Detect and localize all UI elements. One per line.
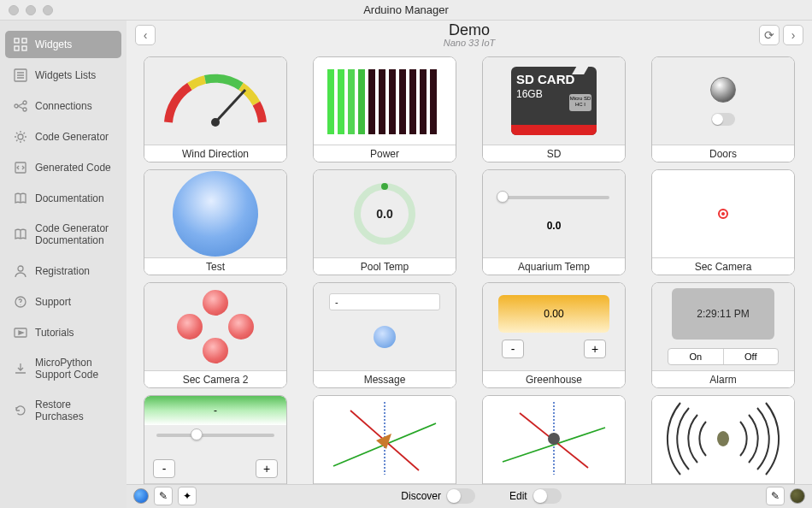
sidebar-item-label: Generated Code xyxy=(35,162,111,174)
sidebar-item-tutorials[interactable]: Tutorials xyxy=(5,319,121,346)
sidebar-item-micropython[interactable]: MicroPython Support Code xyxy=(5,350,121,388)
svg-rect-1 xyxy=(22,38,26,43)
widget-greenhouse[interactable]: 0.00 - + Greenhouse xyxy=(482,282,626,388)
off-option[interactable]: Off xyxy=(724,349,779,364)
sidebar-item-restore[interactable]: Restore Purchases xyxy=(5,392,121,430)
acc-plot-icon xyxy=(494,398,614,482)
widget-sec-camera-2[interactable]: Sec Camera 2 xyxy=(144,282,287,388)
sidebar-item-label: Support xyxy=(35,296,71,308)
page-header: ‹ Demo Nano 33 IoT ⟳ › xyxy=(127,21,812,50)
sdcard-icon: SD CARD 16GB Micro SD HC I xyxy=(511,67,597,135)
ring-gauge-icon: 0.0 xyxy=(346,175,423,252)
sonar-icon xyxy=(659,398,787,482)
widget-power[interactable]: Power xyxy=(313,56,456,162)
plus-button[interactable]: + xyxy=(584,340,606,358)
support-icon xyxy=(14,295,27,309)
sidebar-item-widgets-lists[interactable]: Widgets Lists xyxy=(5,62,121,89)
discover-label: Discover xyxy=(401,490,441,502)
widget-wind-direction[interactable]: Wind Direction xyxy=(144,56,287,162)
page-subtitle: Nano 33 IoT xyxy=(444,38,496,48)
gh-slider[interactable] xyxy=(156,434,274,437)
sidebar-item-codegen-docs[interactable]: Code Generator Documentation xyxy=(5,216,121,254)
prev-button[interactable]: ‹ xyxy=(135,25,156,45)
sidebar-item-label: Restore Purchases xyxy=(35,399,113,423)
svg-rect-16 xyxy=(338,69,344,134)
widget-doors[interactable]: Doors xyxy=(651,56,795,162)
book-icon xyxy=(14,192,27,205)
widget-alarm[interactable]: 2:29:11 PM On Off Alarm xyxy=(651,282,795,388)
alarm-toggle[interactable]: On Off xyxy=(668,348,779,365)
svg-rect-17 xyxy=(348,69,355,134)
minus-button[interactable]: - xyxy=(153,459,175,478)
svg-line-14 xyxy=(215,90,245,122)
svg-rect-18 xyxy=(358,69,365,134)
dpad-down[interactable] xyxy=(203,338,228,363)
widget-label: Sec Camera xyxy=(652,257,794,275)
play-icon xyxy=(14,326,27,340)
plus-button[interactable]: + xyxy=(256,459,278,478)
widget-label: Message xyxy=(314,370,456,387)
gear-icon xyxy=(14,130,27,144)
widget-gyro[interactable]: Gyro xyxy=(313,395,456,484)
eyedropper2-button[interactable]: ✎ xyxy=(766,487,785,505)
widget-label: Power xyxy=(314,145,456,162)
eyedropper-icon: ✎ xyxy=(159,490,168,502)
indicator-icon xyxy=(173,171,258,257)
widget-message[interactable]: - Message xyxy=(313,282,456,388)
on-option[interactable]: On xyxy=(668,349,724,364)
window-controls[interactable] xyxy=(9,5,53,15)
widget-garage[interactable]: Garage xyxy=(651,395,795,484)
sidebar-item-support[interactable]: Support xyxy=(5,288,121,316)
chevron-right-icon: › xyxy=(791,28,796,42)
wand-button[interactable]: ✦ xyxy=(178,487,197,505)
widget-sec-camera[interactable]: Sec Camera xyxy=(651,169,795,275)
widget-test[interactable]: Test xyxy=(144,169,287,275)
widget-acc[interactable]: Acc xyxy=(482,395,626,484)
widget-label: Sec Camera 2 xyxy=(144,370,286,387)
sidebar-item-label: Widgets xyxy=(35,38,72,50)
temp-slider[interactable] xyxy=(498,196,609,199)
svg-rect-20 xyxy=(379,69,385,134)
sidebar-item-code-generator[interactable]: Code Generator xyxy=(5,123,121,151)
sidebar-item-generated-code[interactable]: Generated Code xyxy=(5,154,121,181)
send-button[interactable] xyxy=(374,326,396,348)
dpad-right[interactable] xyxy=(228,314,254,340)
dpad-up[interactable] xyxy=(203,290,228,316)
svg-point-7 xyxy=(23,108,26,111)
widgets-grid: Wind Direction Power SD CARD 16GB Micro xyxy=(127,50,812,484)
sidebar-item-documentation[interactable]: Documentation xyxy=(5,185,121,212)
discover-switch[interactable] xyxy=(446,488,475,504)
edit-switch[interactable] xyxy=(533,488,562,504)
gyro-plot-icon xyxy=(325,398,444,482)
next-button[interactable]: › xyxy=(783,25,803,45)
widget-label: Wind Direction xyxy=(144,145,286,162)
gauge-icon xyxy=(156,71,275,131)
clock-display: 2:29:11 PM xyxy=(672,288,774,340)
widget-greenhouse-2[interactable]: - - + Greenhouse xyxy=(144,395,287,484)
status-led-dark xyxy=(790,488,805,504)
page-title: Demo xyxy=(444,22,496,38)
svg-rect-2 xyxy=(15,46,19,50)
widget-pool-temp[interactable]: 0.0 Pool Temp xyxy=(313,169,456,275)
sidebar-item-registration[interactable]: Registration xyxy=(5,257,121,285)
sidebar-item-widgets[interactable]: Widgets xyxy=(5,31,121,58)
book-icon xyxy=(14,227,27,241)
minus-button[interactable]: - xyxy=(502,340,524,358)
dpad-left[interactable] xyxy=(177,314,203,340)
svg-rect-22 xyxy=(399,69,406,134)
widget-sd[interactable]: SD CARD 16GB Micro SD HC I SD xyxy=(482,56,626,162)
message-input[interactable]: - xyxy=(329,293,440,310)
list-icon xyxy=(14,68,27,82)
svg-rect-15 xyxy=(327,69,334,134)
svg-point-36 xyxy=(548,433,560,445)
svg-rect-21 xyxy=(389,69,396,134)
widget-label: SD xyxy=(483,145,625,162)
sidebar-item-connections[interactable]: Connections xyxy=(5,92,121,120)
refresh-button[interactable]: ⟳ xyxy=(759,25,780,45)
door-switch[interactable] xyxy=(711,113,735,126)
widget-label: Aquarium Temp xyxy=(483,257,625,275)
temp-value: 0.0 xyxy=(547,220,562,232)
eyedropper-button[interactable]: ✎ xyxy=(154,487,173,505)
edit-label: Edit xyxy=(509,490,527,502)
widget-aquarium-temp[interactable]: 0.0 Aquarium Temp xyxy=(482,169,626,275)
